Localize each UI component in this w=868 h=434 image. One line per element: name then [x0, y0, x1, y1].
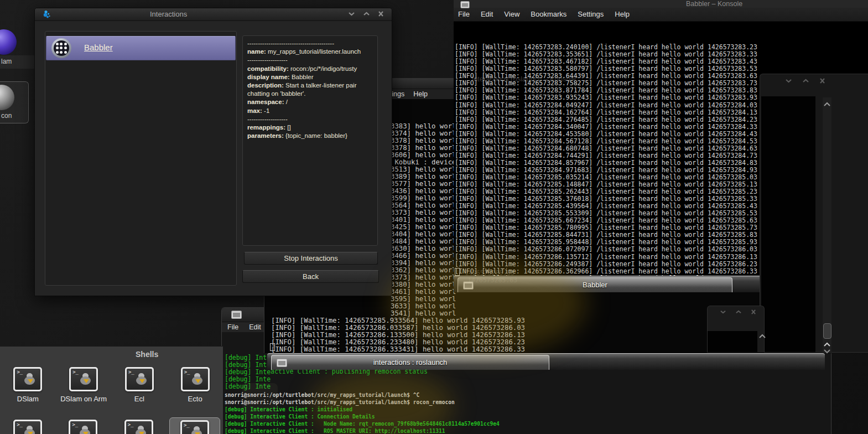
scroll-down-icon[interactable]	[824, 349, 830, 354]
right-background-window	[760, 74, 868, 353]
tab-label: Babbler	[583, 281, 607, 289]
shell-terminal-icon: >_	[69, 367, 98, 391]
shell-launcher-item[interactable]: >_	[3, 417, 53, 434]
interaction-detail-panel: ----------------------------------------…	[242, 35, 378, 246]
terminal-line: [INFO] [WallTime: 1426573284.453580] /li…	[455, 131, 757, 138]
tux-penguin-icon	[191, 426, 204, 434]
terminal-line: [INFO] [WallTime: 1426573286.072097] /li…	[455, 246, 757, 253]
text-cursor	[270, 343, 275, 351]
shell-terminal-icon: >_	[13, 367, 42, 391]
shell-item-label: Ecto	[188, 395, 202, 403]
shell-item-label: Ecl	[134, 395, 144, 403]
menu-item[interactable]: Help	[413, 89, 428, 99]
tux-penguin-icon	[136, 426, 148, 434]
maximize-icon[interactable]	[735, 309, 742, 314]
ghost-number: 1426573285.53	[465, 269, 514, 277]
close-icon[interactable]	[378, 11, 384, 17]
terminal-tab-icon	[277, 359, 287, 367]
scroll-thumb[interactable]	[823, 323, 831, 339]
tab-interactions-roslaunch[interactable]: interactions : roslaunch	[271, 355, 549, 370]
menu-item[interactable]: View	[504, 8, 519, 20]
babbler-terminal-lines: [INFO] [WallTime: 1426573283.240100] /li…	[455, 22, 757, 290]
terminal-line: [INFO] [WallTime: 1426573286.135712] /li…	[455, 254, 757, 261]
text-cursor	[455, 268, 460, 276]
interaction-list-item-babbler[interactable]: Babbler	[46, 36, 236, 60]
left-launcher-fragment: lam con	[0, 0, 34, 346]
scroll-up-icon[interactable]	[824, 342, 830, 347]
maximize-icon[interactable]	[802, 78, 809, 84]
detail-line: description: Start a talker-listener pai…	[247, 81, 373, 98]
terminal-line: [debug] Interactive Client : ROS_MASTER_…	[225, 427, 500, 434]
shell-launcher-item[interactable]: >_	[114, 417, 164, 434]
window-controls	[720, 309, 756, 314]
back-button[interactable]: Back	[242, 270, 379, 283]
detail-line: ----------------------------------------…	[247, 39, 373, 48]
terminal-viewport	[761, 96, 815, 352]
shell-terminal-icon: >_	[181, 367, 210, 391]
shell-launcher-item[interactable]: >_ Ecto	[170, 367, 220, 403]
babbler-titlebar[interactable]: Babbler – Konsole	[454, 0, 868, 8]
detail-line: -------------------	[247, 56, 373, 64]
terminal-line: [INFO] [WallTime: 1426573283.935243] /li…	[455, 94, 757, 101]
menu-item[interactable]: Edit	[481, 8, 493, 20]
ghost-window-title: interactions:roslaunch – Konsole	[472, 75, 576, 83]
dslam-sphere-icon[interactable]	[0, 29, 17, 55]
roslaunch-tabbar: interactions : roslaunch	[267, 353, 825, 370]
minimize-icon[interactable]	[720, 309, 726, 314]
minimize-icon[interactable]	[348, 11, 355, 17]
shell-terminal-icon: >_	[125, 367, 154, 391]
shell-terminal-icon: >_	[13, 420, 42, 434]
menu-item[interactable]: Edit	[249, 322, 261, 332]
window-title: Interactions	[150, 10, 187, 18]
close-icon[interactable]	[819, 78, 825, 84]
shell-launcher-item[interactable]: >_ Ecl	[115, 367, 164, 403]
terminal-line: [INFO] [WallTime: 1426573284.857967] /li…	[455, 159, 757, 167]
interactions-titlebar[interactable]: Interactions	[35, 8, 392, 21]
desktop: lam con FileEdit [debug] Inte[debug] Int…	[0, 0, 868, 434]
menu-item[interactable]: File	[227, 322, 238, 332]
menu-item[interactable]: Settings	[578, 8, 604, 20]
scrollbar[interactable]	[823, 97, 831, 352]
stop-interactions-button[interactable]: Stop Interactions	[244, 252, 378, 265]
detail-line: namespace: /	[247, 98, 373, 106]
small-background-window	[707, 306, 765, 353]
window-title: Babbler – Konsole	[686, 0, 742, 8]
menu-item[interactable]: Bookmarks	[531, 8, 566, 20]
detail-line: parameters: {topic_name: babbler}	[247, 132, 373, 140]
window-controls	[785, 78, 825, 84]
konsole-window-icon	[231, 311, 242, 319]
scroll-up-icon[interactable]	[759, 334, 766, 339]
shell-launcher-item[interactable]: >_	[58, 417, 108, 434]
tux-penguin-icon	[80, 373, 92, 385]
tux-penguin-icon	[24, 426, 37, 434]
terminal-line: [INFO] [WallTime: 1426573284.340047] /li…	[455, 123, 757, 131]
menu-item[interactable]: Help	[615, 8, 630, 20]
shells-panel: Shells >_ DSlam >_ DSlam on Arm	[0, 346, 223, 434]
shells-row-1: >_ DSlam >_ DSlam on Arm >_	[0, 367, 223, 403]
terminal-line: [INFO] [WallTime: 1426573284.049247] /li…	[455, 102, 757, 109]
minimize-icon[interactable]	[785, 78, 792, 84]
shell-launcher-item[interactable]: >_	[169, 417, 220, 434]
detail-line: remappings: []	[247, 123, 373, 132]
launcher-label: lam	[1, 58, 12, 65]
close-icon[interactable]	[751, 309, 756, 314]
rocon-app-icon	[43, 10, 51, 19]
shell-launcher-item[interactable]: >_ DSlam	[3, 367, 53, 403]
shell-item-label: DSlam on Arm	[60, 395, 107, 403]
babbler-app-icon	[51, 38, 71, 58]
shell-launcher-item[interactable]: >_ DSlam on Arm	[59, 367, 108, 403]
detail-line: -------------------	[247, 115, 373, 123]
scroll-up-icon[interactable]	[824, 102, 830, 107]
terminal-line: [INFO] [WallTime: 1426573284.276485] /li…	[455, 116, 757, 123]
maximize-icon[interactable]	[363, 11, 370, 17]
tux-penguin-icon	[192, 373, 204, 385]
detail-line: display name: Babbler	[247, 73, 373, 81]
detail-line: compatibility: rocon:/pc/*/indigo/trusty	[247, 65, 373, 73]
interaction-item-label[interactable]: Babbler	[84, 43, 113, 52]
detail-line: name: my_rapps_tutorial/listener.launch	[247, 48, 373, 56]
tux-penguin-icon	[24, 373, 37, 385]
terminal-line: [INFO] [WallTime: 1426573284.567128] /li…	[455, 138, 757, 145]
shell-terminal-icon: >_	[69, 420, 97, 434]
menu-item[interactable]: File	[458, 8, 470, 20]
tux-penguin-icon	[80, 426, 92, 434]
